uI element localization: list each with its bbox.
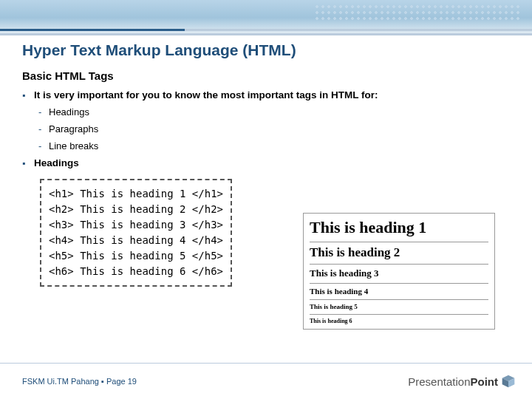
subitem-paragraphs: Paragraphs xyxy=(38,123,510,134)
preview-h2: This is heading 2 xyxy=(310,245,488,260)
slide-subtitle: Basic HTML Tags xyxy=(22,69,510,82)
brand-text-light: Presentation xyxy=(408,375,470,388)
brand-logo: PresentationPoint xyxy=(408,374,516,389)
brand-text-bold: Point xyxy=(471,375,499,388)
subitem-headings: Headings xyxy=(38,106,510,117)
brand-logo-text: PresentationPoint xyxy=(408,375,498,388)
preview-separator xyxy=(310,283,488,284)
preview-separator xyxy=(310,314,488,315)
header-rule-dark xyxy=(0,29,532,31)
preview-h6: This is heading 6 xyxy=(310,318,488,324)
preview-separator xyxy=(310,299,488,300)
preview-h3: This is heading 3 xyxy=(310,267,488,279)
footer-rule xyxy=(0,363,532,364)
cube-icon xyxy=(501,374,516,389)
preview-separator xyxy=(310,264,488,265)
preview-h4: This is heading 4 xyxy=(310,287,488,296)
bullet-headings: Headings xyxy=(22,157,510,168)
footer-text: FSKM Ui.TM Pahang ▪ Page 19 xyxy=(22,377,137,386)
header-rule-light xyxy=(0,33,532,35)
code-example: <h1> This is heading 1 </h1> <h2> This i… xyxy=(49,186,223,279)
preview-h1: This is heading 1 xyxy=(310,218,488,237)
preview-h5: This is heading 5 xyxy=(310,303,488,310)
code-example-box: <h1> This is heading 1 </h1> <h2> This i… xyxy=(40,179,232,287)
slide-title: Hyper Text Markup Language (HTML) xyxy=(22,41,510,59)
subitem-linebreaks: Line breaks xyxy=(38,140,510,151)
preview-separator xyxy=(310,242,488,242)
bullet-intro: It is very important for you to know the… xyxy=(22,89,510,100)
rendered-preview-box: This is heading 1 This is heading 2 This… xyxy=(303,213,495,330)
top-gradient-bar xyxy=(0,0,532,35)
